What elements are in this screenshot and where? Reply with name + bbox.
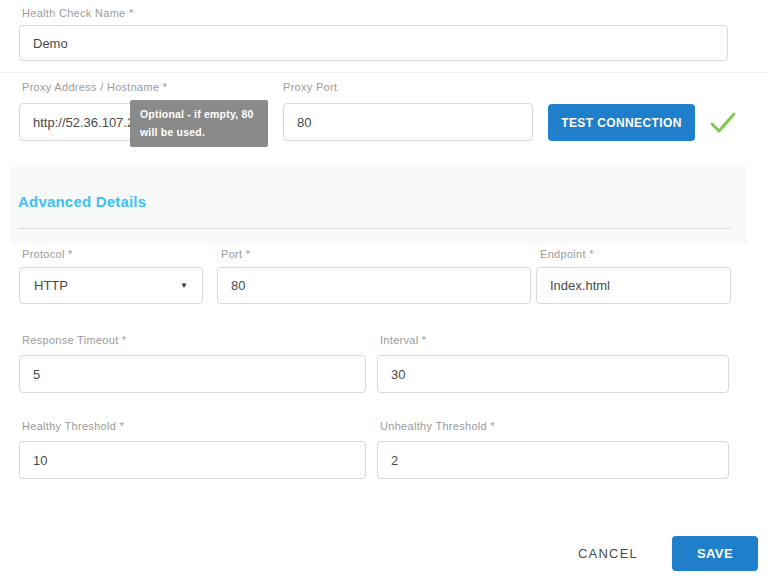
connection-success-check-icon [708, 110, 738, 136]
health-check-name-label: Health Check Name * [22, 7, 133, 19]
proxy-port-input[interactable] [283, 103, 533, 141]
test-connection-button[interactable]: TEST CONNECTION [548, 104, 695, 141]
advanced-details-divider [18, 228, 731, 229]
port-input[interactable] [217, 267, 531, 304]
proxy-address-label: Proxy Address / Hostname * [22, 81, 167, 93]
port-field-wrap [217, 267, 531, 304]
interval-field-wrap [377, 355, 729, 393]
proxy-port-label: Proxy Port [283, 81, 337, 93]
endpoint-label: Endpoint * [540, 248, 594, 260]
healthy-threshold-field-wrap [19, 441, 366, 479]
proxy-port-tooltip: Optional - if empty, 80 will be used. [130, 100, 268, 147]
unhealthy-threshold-field-wrap [377, 441, 729, 479]
interval-label: Interval * [380, 334, 426, 346]
interval-input[interactable] [377, 355, 729, 393]
response-timeout-label: Response Timeout * [22, 334, 126, 346]
response-timeout-input[interactable] [19, 355, 366, 393]
advanced-details-header-band: Advanced Details [10, 167, 747, 244]
response-timeout-field-wrap [19, 355, 366, 393]
healthy-threshold-label: Healthy Threshold * [22, 420, 124, 432]
cancel-button[interactable]: CANCEL [578, 541, 638, 565]
protocol-selected-value: HTTP [34, 278, 68, 293]
healthy-threshold-input[interactable] [19, 441, 366, 479]
proxy-port-field-wrap [283, 103, 533, 141]
advanced-details-heading: Advanced Details [18, 193, 146, 210]
health-check-name-field-wrap [19, 25, 728, 61]
section-divider-top [0, 72, 768, 73]
endpoint-field-wrap [536, 267, 731, 304]
unhealthy-threshold-label: Unhealthy Threshold * [380, 420, 495, 432]
health-check-name-input[interactable] [19, 25, 728, 61]
unhealthy-threshold-input[interactable] [377, 441, 729, 479]
chevron-down-icon: ▼ [180, 281, 188, 290]
port-label: Port * [221, 248, 250, 260]
health-check-form: Health Check Name * Proxy Address / Host… [0, 0, 768, 580]
protocol-select[interactable]: HTTP ▼ [19, 267, 203, 304]
protocol-label: Protocol * [22, 248, 73, 260]
endpoint-input[interactable] [536, 267, 731, 304]
save-button[interactable]: SAVE [672, 536, 758, 571]
